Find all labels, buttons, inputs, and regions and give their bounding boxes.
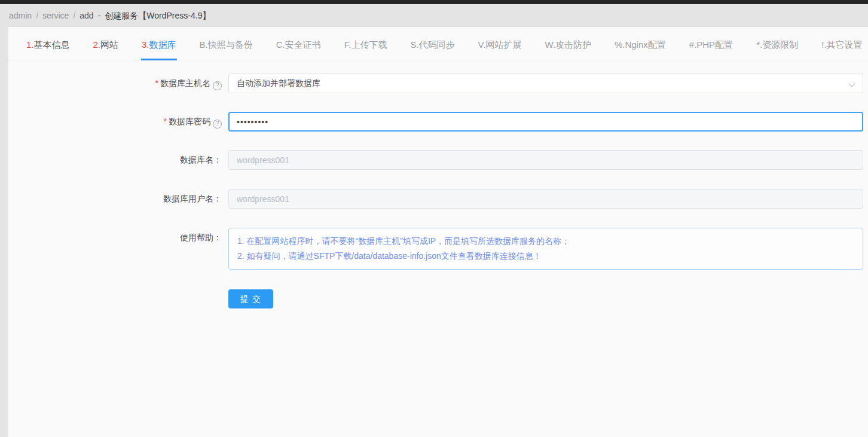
db-host-row: *数据库主机名? 自动添加并部署数据库 — [8, 74, 868, 93]
tab-ssl-cert[interactable]: C.安全证书 — [276, 27, 322, 60]
breadcrumb-dash: - — [98, 11, 101, 20]
db-name-label: 数据库名： — [8, 150, 228, 169]
db-host-label: *数据库主机名? — [8, 74, 228, 93]
required-asterisk: * — [155, 78, 158, 88]
page-title: 创建服务【WordPress-4.9】 — [105, 11, 210, 20]
tab-database[interactable]: 3.数据库 — [141, 27, 177, 60]
chevron-down-icon — [848, 80, 855, 87]
db-password-input[interactable] — [228, 112, 863, 132]
breadcrumb-separator: / — [36, 11, 38, 20]
tab-snapshot-backup[interactable]: B.快照与备份 — [199, 27, 253, 60]
tab-basic-info[interactable]: 1.基本信息 — [26, 27, 71, 60]
tab-code-sync[interactable]: S.代码同步 — [409, 27, 455, 60]
submit-button[interactable]: 提 交 — [228, 289, 273, 308]
breadcrumb-separator: / — [73, 11, 75, 20]
tab-php-config[interactable]: #.PHP配置 — [689, 27, 733, 60]
db-name-row: 数据库名： — [8, 150, 868, 170]
tab-attack-protection[interactable]: W.攻击防护 — [544, 27, 592, 60]
breadcrumb-item-service[interactable]: service — [42, 11, 69, 20]
tab-upload-download[interactable]: F.上传下载 — [344, 27, 388, 60]
required-asterisk: * — [164, 117, 167, 126]
usage-help-box: 1. 在配置网站程序时，请不要将“数据库主机”填写成IP，而是填写所选数据库服务… — [228, 228, 863, 270]
tab-bar: 1.基本信息 2.网站 3.数据库 B.快照与备份 C.安全证书 F.上传下载 … — [8, 27, 868, 60]
content-panel: 1.基本信息 2.网站 3.数据库 B.快照与备份 C.安全证书 F.上传下载 … — [8, 27, 868, 437]
database-form: *数据库主机名? 自动添加并部署数据库 *数据库密码? 数据库名： — [8, 60, 868, 308]
breadcrumb-item-add[interactable]: add — [80, 11, 93, 20]
tab-other-settings[interactable]: !.其它设置 — [821, 27, 863, 60]
top-dark-strip — [0, 0, 868, 4]
tab-nginx-config[interactable]: %.Nginx配置 — [614, 27, 667, 60]
breadcrumb: admin/service/add-创建服务【WordPress-4.9】 — [0, 4, 868, 27]
db-host-selected-value: 自动添加并部署数据库 — [237, 78, 320, 88]
db-user-label: 数据库用户名： — [8, 189, 228, 208]
db-password-row: *数据库密码? — [8, 112, 868, 132]
db-user-row: 数据库用户名： — [8, 189, 868, 209]
tab-resource-limit[interactable]: *.资源限制 — [756, 27, 799, 60]
submit-row: 提 交 — [8, 289, 868, 308]
tab-website[interactable]: 2.网站 — [93, 27, 120, 60]
help-question-icon[interactable]: ? — [213, 81, 222, 90]
db-password-label: *数据库密码? — [8, 112, 228, 131]
usage-help-label: 使用帮助： — [8, 228, 228, 247]
usage-help-row: 使用帮助： 1. 在配置网站程序时，请不要将“数据库主机”填写成IP，而是填写所… — [8, 228, 868, 270]
db-user-input — [228, 189, 863, 209]
breadcrumb-item-admin[interactable]: admin — [9, 11, 32, 20]
tab-site-extension[interactable]: V.网站扩展 — [478, 27, 522, 60]
db-host-select[interactable]: 自动添加并部署数据库 — [228, 74, 863, 93]
db-name-input — [228, 150, 863, 170]
usage-help-line-2: 2. 如有疑问，请通过SFTP下载/data/database-info.jso… — [237, 249, 854, 264]
help-question-icon[interactable]: ? — [213, 120, 222, 129]
usage-help-line-1: 1. 在配置网站程序时，请不要将“数据库主机”填写成IP，而是填写所选数据库服务… — [237, 234, 854, 249]
